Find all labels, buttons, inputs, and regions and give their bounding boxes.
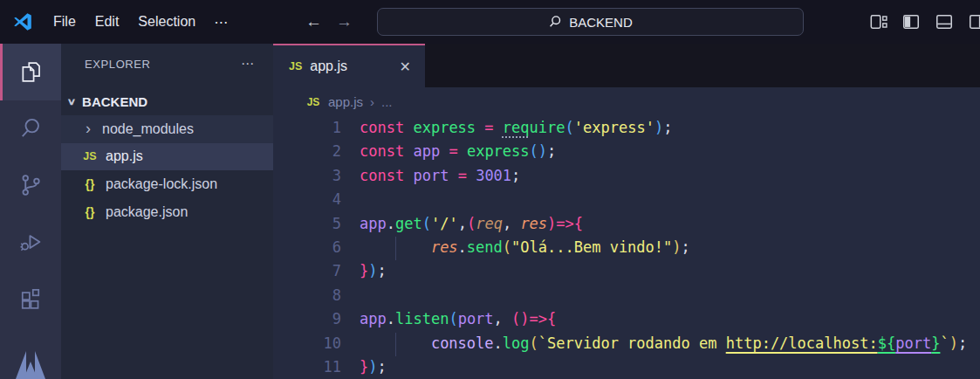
code-token: log: [503, 334, 530, 352]
code-token: }: [360, 262, 368, 279]
code-token: port: [458, 310, 494, 327]
breadcrumb-more[interactable]: ...: [381, 94, 393, 109]
code-line[interactable]: 2const app = express();: [273, 140, 980, 163]
activity-explorer[interactable]: [0, 44, 61, 100]
code-line[interactable]: 9app.listen(port, ()=>{: [273, 307, 980, 331]
code-token: ): [368, 262, 377, 279]
code-editor[interactable]: 1const express = require('express');2con…: [273, 116, 980, 379]
code-line[interactable]: 1const express = require('express');: [273, 116, 980, 140]
file-tree: ›node_modulesJSapp.js{}package-lock.json…: [61, 115, 273, 225]
line-number: 11: [273, 355, 360, 379]
code-line[interactable]: 10 console.log(`Servidor rodando em http…: [273, 332, 980, 355]
code-token: (: [503, 238, 511, 256]
code-token: http://localhost:: [726, 334, 878, 352]
toggle-panel-icon[interactable]: [935, 12, 954, 31]
customize-layout-icon[interactable]: [868, 12, 887, 31]
code-token: [467, 167, 476, 184]
code-token: .: [387, 310, 395, 327]
code-token: ;: [378, 358, 387, 376]
code-line[interactable]: 6 res.send("Olá...Bem vindo!");: [273, 236, 980, 259]
code-token: .: [494, 334, 503, 352]
activity-adobe-extension[interactable]: [0, 321, 61, 379]
command-center-search[interactable]: BACKEND: [377, 8, 804, 36]
json-file-icon: {}: [82, 205, 98, 219]
code-token: "Olá...Bem vindo!": [511, 238, 672, 256]
search-value: BACKEND: [569, 15, 633, 30]
section-backend[interactable]: ∨ BACKEND: [61, 88, 273, 115]
file-node_modules[interactable]: ›node_modules: [61, 115, 273, 143]
tab-label: app.js: [310, 59, 386, 74]
file-package.json[interactable]: {}package.json: [61, 198, 273, 226]
toggle-primary-sidebar-icon[interactable]: [901, 12, 921, 31]
menu-overflow-icon[interactable]: ⋯: [205, 14, 238, 31]
line-content: });: [360, 355, 980, 379]
line-content: [360, 188, 980, 211]
code-token: ;: [958, 334, 967, 352]
code-token: 3001: [476, 167, 511, 184]
tab-appjs[interactable]: JS app.js ✕: [273, 44, 425, 87]
menu-file[interactable]: File: [44, 14, 86, 30]
code-token: uire: [530, 119, 565, 136]
line-number: 2: [273, 140, 360, 163]
forward-icon[interactable]: →: [336, 12, 353, 31]
breadcrumb-file[interactable]: app.js: [328, 94, 363, 109]
code-token: (: [565, 119, 574, 136]
code-token: .: [458, 238, 467, 256]
code-token: }: [931, 334, 940, 352]
close-icon[interactable]: ✕: [394, 57, 416, 77]
menu-selection[interactable]: Selection: [128, 14, 205, 30]
code-line[interactable]: 7});: [273, 259, 980, 283]
code-token: express: [467, 142, 530, 160]
code-token: listen: [395, 310, 449, 327]
line-number: 10: [273, 332, 360, 355]
activity-source-control[interactable]: [0, 157, 61, 214]
code-line[interactable]: 11});: [273, 355, 980, 379]
file-label: app.js: [106, 148, 143, 164]
layout-controls: [868, 0, 980, 44]
toggle-secondary-sidebar-icon[interactable]: [968, 12, 980, 31]
code-line[interactable]: 8: [273, 284, 980, 307]
code-token: const: [360, 167, 404, 184]
sidebar-more-icon[interactable]: ⋯: [241, 56, 256, 72]
js-file-icon: JS: [305, 96, 321, 108]
title-bar: FileEditSelection ⋯ ← → BACKEND: [0, 0, 980, 44]
chevron-right-icon: ›: [370, 94, 374, 109]
code-token: ;: [547, 142, 556, 160]
line-content: app.get('/',(req, res)=>{: [360, 212, 980, 236]
activity-search[interactable]: [0, 100, 61, 157]
line-content: });: [360, 259, 980, 283]
workbench: EXPLORER ⋯ ∨ BACKEND ›node_modulesJSapp.…: [0, 44, 980, 379]
breadcrumb[interactable]: JS app.js › ...: [273, 87, 980, 116]
code-token: =>: [556, 215, 573, 232]
code-token: res: [520, 215, 547, 232]
code-token: port: [413, 167, 449, 184]
activity-extensions[interactable]: [0, 270, 61, 327]
code-token: =>: [530, 310, 547, 327]
activity-run-debug[interactable]: [0, 213, 61, 270]
tab-bar: JS app.js ✕: [273, 44, 980, 87]
line-content: console.log(`Servidor rodando em http://…: [360, 332, 980, 355]
code-token: (: [530, 334, 538, 352]
file-package-lock.json[interactable]: {}package-lock.json: [61, 170, 273, 198]
code-line[interactable]: 5app.get('/',(req, res)=>{: [273, 212, 980, 236]
code-token: express: [413, 119, 476, 136]
editor-group: JS app.js ✕ JS app.js › ... 1const expre…: [273, 44, 980, 379]
file-app.js[interactable]: JSapp.js: [61, 143, 273, 171]
line-number: 1: [273, 116, 360, 140]
code-token: =: [449, 142, 457, 160]
back-icon[interactable]: ←: [305, 12, 322, 31]
line-content: [360, 284, 980, 307]
code-token: [449, 167, 457, 184]
code-line[interactable]: 3const port = 3001;: [273, 164, 980, 188]
js-file-icon: JS: [289, 60, 302, 72]
extensions-icon: [17, 286, 44, 312]
code-token: [503, 310, 511, 327]
code-token: (: [449, 310, 457, 327]
code-token: [476, 119, 484, 136]
line-number: 5: [273, 212, 360, 236]
section-label: BACKEND: [82, 94, 147, 109]
sidebar-title: EXPLORER: [85, 58, 241, 71]
menu-edit[interactable]: Edit: [86, 14, 129, 30]
code-line[interactable]: 4: [273, 188, 980, 211]
code-token: (: [530, 142, 538, 160]
